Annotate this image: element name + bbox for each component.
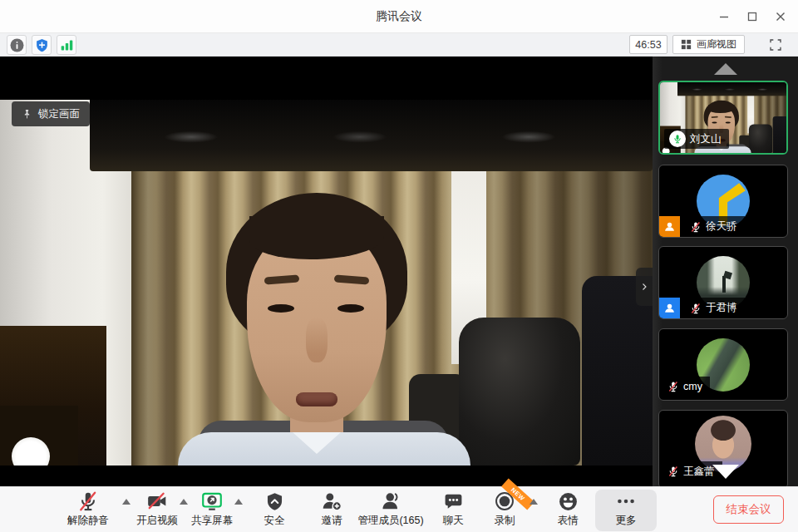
leather-chair (459, 318, 580, 466)
record-icon: NEW (494, 490, 515, 513)
participant-name-tag: 于君博 (685, 298, 745, 318)
members-icon (380, 490, 401, 513)
mic-muted-icon (667, 381, 679, 392)
signal-bars-icon (60, 38, 74, 52)
participant-name-tag: 徐天骄 (685, 216, 745, 237)
camera-off-icon (146, 490, 168, 513)
share-screen-button[interactable]: 共享屏幕 (179, 490, 245, 531)
mouth (296, 392, 337, 406)
security-button[interactable]: 安全 (241, 490, 308, 531)
shield-icon (264, 490, 285, 513)
statusbar-left (7, 35, 76, 55)
lock-view-pill[interactable]: 锁定画面 (12, 101, 90, 126)
titlebar: 腾讯会议 (0, 0, 798, 33)
maximize-button[interactable] (738, 4, 766, 29)
pin-icon (22, 109, 32, 120)
sidebar-collapse-tab[interactable] (636, 268, 653, 306)
meeting-timer: 46:53 (629, 35, 667, 54)
participant-thumbnail-yujunbo[interactable]: 于君博 (658, 246, 788, 319)
participants-sidebar: 刘文山 (653, 57, 798, 486)
fullscreen-button[interactable] (765, 35, 786, 55)
share-screen-icon (200, 490, 224, 513)
shield-plus-icon (35, 38, 49, 52)
meeting-info-button[interactable] (7, 35, 27, 55)
maximize-icon (747, 12, 757, 22)
fullscreen-icon (769, 38, 782, 52)
network-quality-button[interactable] (57, 35, 76, 55)
participant-name-tag: 刘文山 (664, 129, 729, 149)
info-icon (10, 38, 24, 52)
close-button[interactable] (766, 4, 795, 29)
curtain-valance (90, 100, 653, 171)
more-button[interactable]: 更多 (595, 490, 657, 531)
role-badge-blue (659, 298, 680, 318)
person-icon (663, 302, 676, 314)
emoji-button[interactable]: 表情 (534, 490, 601, 531)
mic-active-icon (669, 131, 686, 147)
minimize-button[interactable] (710, 4, 738, 29)
participant-thumbnail-xutianjiao[interactable]: 徐天骄 (658, 165, 788, 238)
participant-name: 王鑫蕾 (683, 465, 715, 479)
invite-person-icon (321, 490, 342, 513)
invite-label: 邀请 (322, 514, 342, 528)
person-icon (663, 220, 676, 233)
window-title: 腾讯会议 (0, 0, 798, 33)
chat-label: 聊天 (443, 514, 464, 528)
main-speaker-video[interactable]: 锁定画面 (0, 57, 653, 486)
end-meeting-button[interactable]: 结束会议 (713, 495, 784, 524)
lock-view-label: 锁定画面 (38, 107, 80, 121)
close-icon (776, 12, 786, 22)
tencent-meeting-window: 腾讯会议 (0, 0, 798, 532)
more-label: 更多 (616, 514, 637, 528)
speaker-video-feed (0, 100, 653, 466)
eye (268, 304, 294, 313)
share-screen-label: 共享屏幕 (191, 514, 233, 528)
record-label: 录制 (495, 514, 515, 528)
mic-muted-icon (690, 303, 702, 314)
participant-name-tag: cmy (663, 377, 710, 397)
participant-thumbnail-cmy[interactable]: cmy (658, 328, 788, 401)
window-controls (710, 0, 795, 33)
start-video-label: 开启视频 (136, 514, 178, 528)
mic-muted-icon (690, 221, 702, 233)
participant-name: cmy (683, 381, 702, 392)
unmute-label: 解除静音 (67, 514, 109, 528)
emoji-label: 表情 (558, 514, 579, 528)
scroll-down-arrow[interactable] (712, 465, 739, 479)
participant-name: 徐天骄 (706, 219, 737, 234)
mic-muted-icon (77, 490, 99, 513)
chat-bubble-icon (443, 490, 464, 513)
mic-muted-icon (667, 466, 679, 477)
manage-members-label: 管理成员(165) (357, 514, 423, 528)
unmute-button[interactable]: 解除静音 (55, 490, 121, 531)
nose (306, 318, 328, 362)
gallery-view-button[interactable]: 画廊视图 (672, 35, 745, 54)
security-label: 安全 (264, 514, 285, 528)
participant-thumbnail-liuwenshan[interactable]: 刘文山 (658, 81, 788, 155)
main-area: 锁定画面 (0, 57, 798, 486)
role-badge-orange (659, 216, 680, 237)
gallery-view-label: 画廊视图 (697, 37, 736, 52)
eye (337, 304, 364, 313)
bottom-toolbar: 解除静音 开启视频 共享屏幕 (0, 486, 798, 532)
scroll-up-arrow[interactable] (714, 63, 737, 75)
smiley-icon (558, 490, 579, 513)
participant-name: 刘文山 (690, 132, 722, 146)
minimize-icon (719, 12, 729, 22)
statusbar: 46:53 画廊视图 (0, 33, 798, 57)
security-shield-button[interactable] (32, 35, 52, 55)
more-dots-icon (615, 490, 637, 513)
record-button[interactable]: NEW 录制 (471, 490, 538, 531)
chevron-right-icon (639, 281, 649, 293)
grid-view-icon (681, 39, 692, 50)
participant-name: 于君博 (706, 301, 737, 315)
